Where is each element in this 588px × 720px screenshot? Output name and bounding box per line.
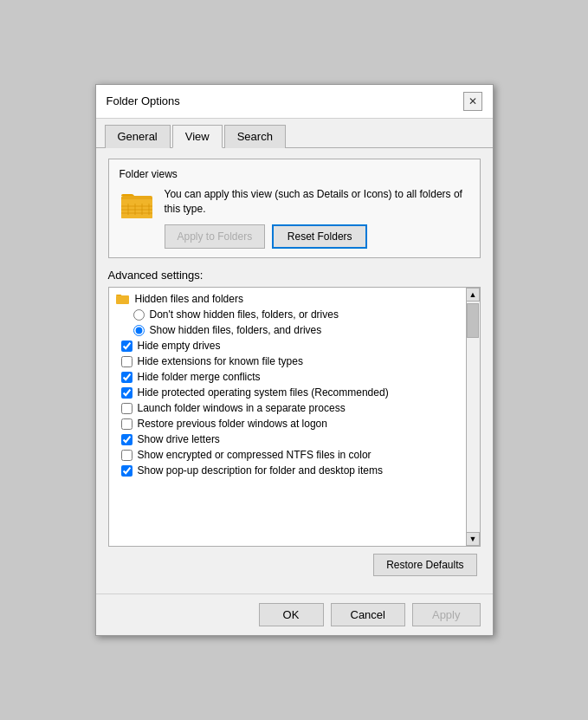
tab-search[interactable]: Search — [224, 125, 286, 148]
list-item: Restore previous folder windows at logon — [109, 416, 466, 431]
reset-folders-button[interactable]: Reset Folders — [272, 224, 367, 249]
folder-views-inner: You can apply this view (such as Details… — [120, 187, 469, 250]
header-label: Hidden files and folders — [135, 293, 243, 305]
checkbox-input[interactable] — [121, 387, 132, 399]
list-item: Show encrypted or compressed NTFS files … — [109, 447, 466, 463]
list-item: Show pop-up description for folder and d… — [109, 463, 466, 478]
title-bar: Folder Options ✕ — [96, 85, 493, 119]
checkbox-label: Show drive letters — [138, 433, 220, 445]
checkbox-input[interactable] — [121, 465, 132, 477]
list-item: Hide extensions for known file types — [109, 354, 466, 369]
restore-defaults-button[interactable]: Restore Defaults — [373, 554, 476, 576]
list-item: Hide protected operating system files (R… — [109, 385, 466, 400]
list-item: Hide folder merge conflicts — [109, 369, 466, 385]
svg-rect-1 — [121, 199, 152, 218]
advanced-settings-label: Advanced settings: — [108, 269, 481, 282]
folder-views-section: Folder views — [108, 159, 481, 259]
scrollbar-track: ▲ ▼ — [466, 288, 480, 546]
radio-label: Don't show hidden files, folders, or dri… — [150, 308, 339, 321]
checkbox-input[interactable] — [121, 341, 132, 352]
scrollbar-down-button[interactable]: ▼ — [466, 532, 480, 546]
settings-list: Hidden files and folders Don't show hidd… — [109, 288, 466, 546]
folder-views-right: You can apply this view (such as Details… — [165, 187, 469, 250]
scrollbar-thumb[interactable] — [467, 303, 479, 338]
cancel-button[interactable]: Cancel — [331, 603, 405, 626]
checkbox-input[interactable] — [121, 418, 132, 430]
dialog-footer: OK Cancel Apply — [96, 594, 493, 635]
folder-views-description: You can apply this view (such as Details… — [165, 187, 469, 217]
settings-list-wrapper: Hidden files and folders Don't show hidd… — [108, 287, 481, 547]
list-item: Show drive letters — [109, 431, 466, 447]
list-item: Show hidden files, folders, and drives — [109, 322, 466, 338]
close-button[interactable]: ✕ — [463, 92, 482, 111]
checkbox-label: Hide empty drives — [138, 340, 221, 352]
ok-button[interactable]: OK — [259, 603, 324, 626]
list-item: Hide empty drives — [109, 338, 466, 354]
dialog-title: Folder Options — [107, 94, 180, 107]
checkbox-input[interactable] — [121, 450, 132, 461]
list-item: Don't show hidden files, folders, or dri… — [109, 307, 466, 322]
apply-to-folders-button[interactable]: Apply to Folders — [165, 224, 266, 249]
radio-label: Show hidden files, folders, and drives — [150, 324, 322, 336]
radio-input[interactable] — [133, 309, 145, 321]
tab-general[interactable]: General — [105, 125, 171, 148]
checkbox-label: Show encrypted or compressed NTFS files … — [138, 449, 372, 461]
checkbox-label: Hide extensions for known file types — [138, 355, 303, 367]
tabs-container: General View Search — [96, 119, 493, 148]
checkbox-input[interactable] — [121, 356, 132, 367]
list-item: Hidden files and folders — [109, 291, 466, 307]
svg-rect-9 — [116, 295, 129, 304]
checkbox-label: Show pop-up description for folder and d… — [138, 464, 384, 477]
radio-input[interactable] — [133, 325, 145, 336]
bottom-restore-area: Restore Defaults — [108, 547, 481, 583]
tab-view[interactable]: View — [172, 125, 223, 148]
checkbox-label: Hide folder merge conflicts — [138, 371, 261, 383]
scrollbar-up-button[interactable]: ▲ — [466, 288, 480, 302]
folder-small-icon — [116, 293, 130, 305]
folder-views-buttons: Apply to Folders Reset Folders — [165, 224, 469, 249]
dialog-content: Folder views — [96, 148, 493, 594]
checkbox-label: Hide protected operating system files (R… — [138, 386, 389, 399]
folder-icon — [120, 187, 154, 222]
checkbox-label: Launch folder windows in a separate proc… — [138, 402, 346, 414]
apply-button[interactable]: Apply — [412, 603, 481, 626]
checkbox-input[interactable] — [121, 403, 132, 414]
checkbox-label: Restore previous folder windows at logon — [138, 418, 327, 430]
checkbox-input[interactable] — [121, 372, 132, 383]
folder-views-label: Folder views — [120, 168, 469, 180]
folder-options-dialog: Folder Options ✕ General View Search Fol… — [95, 84, 494, 637]
checkbox-input[interactable] — [121, 434, 132, 445]
list-item: Launch folder windows in a separate proc… — [109, 400, 466, 416]
